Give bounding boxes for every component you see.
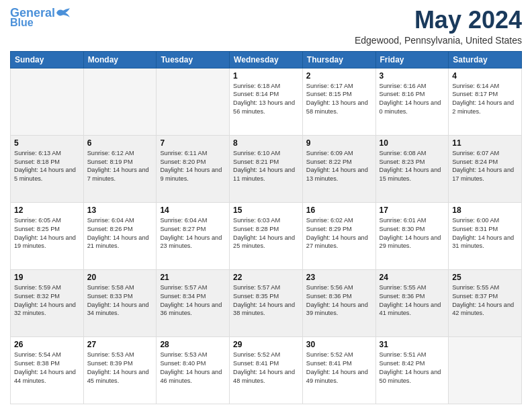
day-number: 11 — [452, 138, 518, 148]
day-info: Sunrise: 5:55 AMSunset: 8:37 PMDaylight:… — [452, 283, 518, 318]
day-info: Sunrise: 5:59 AMSunset: 8:32 PMDaylight:… — [14, 283, 80, 318]
day-number: 29 — [233, 340, 299, 349]
day-info: Sunrise: 6:17 AMSunset: 8:15 PMDaylight:… — [306, 82, 372, 117]
calendar-day-cell: 5Sunrise: 6:13 AMSunset: 8:18 PMDaylight… — [11, 135, 84, 202]
day-info: Sunrise: 6:03 AMSunset: 8:28 PMDaylight:… — [233, 216, 299, 251]
calendar-day-cell: 7Sunrise: 6:11 AMSunset: 8:20 PMDaylight… — [157, 135, 230, 202]
header: General Blue May 2024 Edgewood, Pennsylv… — [10, 7, 522, 46]
day-info: Sunrise: 5:52 AMSunset: 8:41 PMDaylight:… — [306, 351, 372, 385]
day-number: 2 — [306, 71, 372, 81]
calendar-day-cell: 13Sunrise: 6:04 AMSunset: 8:26 PMDayligh… — [83, 202, 157, 269]
calendar-day-cell: 27Sunrise: 5:53 AMSunset: 8:39 PMDayligh… — [83, 336, 157, 404]
logo-text2: Blue — [10, 17, 34, 28]
calendar-day-cell: 10Sunrise: 6:08 AMSunset: 8:23 PMDayligh… — [375, 135, 449, 202]
calendar-day-cell: 26Sunrise: 5:54 AMSunset: 8:38 PMDayligh… — [11, 336, 84, 404]
day-number: 9 — [306, 138, 372, 148]
day-number: 16 — [306, 205, 372, 215]
day-info: Sunrise: 5:53 AMSunset: 8:40 PMDaylight:… — [160, 351, 226, 385]
day-info: Sunrise: 6:08 AMSunset: 8:23 PMDaylight:… — [380, 149, 445, 184]
day-info: Sunrise: 6:04 AMSunset: 8:26 PMDaylight:… — [87, 216, 153, 251]
calendar-day-cell: 25Sunrise: 5:55 AMSunset: 8:37 PMDayligh… — [449, 269, 522, 336]
day-number: 1 — [233, 71, 299, 81]
day-number: 20 — [87, 273, 153, 282]
day-info: Sunrise: 6:10 AMSunset: 8:21 PMDaylight:… — [233, 149, 299, 184]
day-number: 24 — [380, 273, 445, 282]
day-number: 23 — [306, 273, 372, 282]
calendar-header-monday: Monday — [83, 51, 157, 68]
calendar-week-row: 19Sunrise: 5:59 AMSunset: 8:32 PMDayligh… — [11, 269, 522, 336]
day-number: 7 — [160, 138, 226, 148]
calendar-day-cell: 23Sunrise: 5:56 AMSunset: 8:36 PMDayligh… — [302, 269, 375, 336]
day-info: Sunrise: 6:14 AMSunset: 8:17 PMDaylight:… — [452, 82, 518, 117]
day-info: Sunrise: 6:05 AMSunset: 8:25 PMDaylight:… — [14, 216, 80, 251]
calendar-day-cell — [157, 68, 230, 135]
day-info: Sunrise: 5:52 AMSunset: 8:41 PMDaylight:… — [233, 351, 299, 385]
calendar-day-cell: 29Sunrise: 5:52 AMSunset: 8:41 PMDayligh… — [230, 336, 303, 404]
calendar-day-cell: 30Sunrise: 5:52 AMSunset: 8:41 PMDayligh… — [302, 336, 375, 404]
day-number: 6 — [87, 138, 153, 148]
calendar-day-cell: 6Sunrise: 6:12 AMSunset: 8:19 PMDaylight… — [83, 135, 157, 202]
calendar-day-cell: 12Sunrise: 6:05 AMSunset: 8:25 PMDayligh… — [11, 202, 84, 269]
day-number: 15 — [233, 205, 299, 215]
calendar-day-cell: 24Sunrise: 5:55 AMSunset: 8:36 PMDayligh… — [375, 269, 449, 336]
day-info: Sunrise: 6:01 AMSunset: 8:30 PMDaylight:… — [380, 216, 445, 251]
day-number: 8 — [233, 138, 299, 148]
day-number: 31 — [380, 340, 445, 349]
day-info: Sunrise: 6:18 AMSunset: 8:14 PMDaylight:… — [233, 82, 299, 117]
day-info: Sunrise: 6:02 AMSunset: 8:29 PMDaylight:… — [306, 216, 372, 251]
logo-bird-icon — [56, 8, 70, 17]
calendar-day-cell — [83, 68, 157, 135]
day-number: 13 — [87, 205, 153, 215]
calendar-day-cell: 2Sunrise: 6:17 AMSunset: 8:15 PMDaylight… — [302, 68, 375, 135]
day-info: Sunrise: 6:16 AMSunset: 8:16 PMDaylight:… — [380, 82, 445, 117]
calendar-day-cell: 9Sunrise: 6:09 AMSunset: 8:22 PMDaylight… — [302, 135, 375, 202]
calendar-header-friday: Friday — [375, 51, 449, 68]
day-info: Sunrise: 5:51 AMSunset: 8:42 PMDaylight:… — [380, 351, 445, 385]
calendar-day-cell: 16Sunrise: 6:02 AMSunset: 8:29 PMDayligh… — [302, 202, 375, 269]
day-info: Sunrise: 6:11 AMSunset: 8:20 PMDaylight:… — [160, 149, 226, 184]
day-info: Sunrise: 6:04 AMSunset: 8:27 PMDaylight:… — [160, 216, 226, 251]
title-block: May 2024 Edgewood, Pennsylvania, United … — [355, 7, 522, 46]
day-number: 17 — [380, 205, 445, 215]
page: General Blue May 2024 Edgewood, Pennsylv… — [0, 0, 532, 411]
day-info: Sunrise: 5:57 AMSunset: 8:34 PMDaylight:… — [160, 283, 226, 318]
day-info: Sunrise: 6:07 AMSunset: 8:24 PMDaylight:… — [452, 149, 518, 184]
calendar-week-row: 12Sunrise: 6:05 AMSunset: 8:25 PMDayligh… — [11, 202, 522, 269]
calendar-day-cell: 1Sunrise: 6:18 AMSunset: 8:14 PMDaylight… — [230, 68, 303, 135]
calendar-header-wednesday: Wednesday — [230, 51, 303, 68]
calendar-day-cell: 11Sunrise: 6:07 AMSunset: 8:24 PMDayligh… — [449, 135, 522, 202]
day-info: Sunrise: 5:56 AMSunset: 8:36 PMDaylight:… — [306, 283, 372, 318]
day-number: 28 — [160, 340, 226, 349]
day-info: Sunrise: 5:53 AMSunset: 8:39 PMDaylight:… — [87, 351, 153, 385]
calendar-header-sunday: Sunday — [11, 51, 84, 68]
calendar-header-tuesday: Tuesday — [157, 51, 230, 68]
calendar-day-cell: 18Sunrise: 6:00 AMSunset: 8:31 PMDayligh… — [449, 202, 522, 269]
calendar-day-cell — [449, 336, 522, 404]
day-number: 27 — [87, 340, 153, 349]
calendar-day-cell: 19Sunrise: 5:59 AMSunset: 8:32 PMDayligh… — [11, 269, 84, 336]
calendar-week-row: 1Sunrise: 6:18 AMSunset: 8:14 PMDaylight… — [11, 68, 522, 135]
day-info: Sunrise: 6:12 AMSunset: 8:19 PMDaylight:… — [87, 149, 153, 184]
day-info: Sunrise: 5:54 AMSunset: 8:38 PMDaylight:… — [14, 351, 80, 385]
calendar-day-cell: 8Sunrise: 6:10 AMSunset: 8:21 PMDaylight… — [230, 135, 303, 202]
day-number: 14 — [160, 205, 226, 215]
day-number: 22 — [233, 273, 299, 282]
day-number: 12 — [14, 205, 80, 215]
calendar-day-cell: 21Sunrise: 5:57 AMSunset: 8:34 PMDayligh… — [157, 269, 230, 336]
calendar-day-cell: 3Sunrise: 6:16 AMSunset: 8:16 PMDaylight… — [375, 68, 449, 135]
calendar-day-cell: 20Sunrise: 5:58 AMSunset: 8:33 PMDayligh… — [83, 269, 157, 336]
calendar-week-row: 26Sunrise: 5:54 AMSunset: 8:38 PMDayligh… — [11, 336, 522, 404]
calendar-table: SundayMondayTuesdayWednesdayThursdayFrid… — [10, 51, 522, 404]
day-number: 30 — [306, 340, 372, 349]
subtitle: Edgewood, Pennsylvania, United States — [355, 35, 522, 46]
day-number: 4 — [452, 71, 518, 81]
calendar-day-cell: 22Sunrise: 5:57 AMSunset: 8:35 PMDayligh… — [230, 269, 303, 336]
calendar-day-cell: 28Sunrise: 5:53 AMSunset: 8:40 PMDayligh… — [157, 336, 230, 404]
day-number: 10 — [380, 138, 445, 148]
calendar-header-saturday: Saturday — [449, 51, 522, 68]
day-number: 18 — [452, 205, 518, 215]
day-info: Sunrise: 6:09 AMSunset: 8:22 PMDaylight:… — [306, 149, 372, 184]
calendar-day-cell: 31Sunrise: 5:51 AMSunset: 8:42 PMDayligh… — [375, 336, 449, 404]
calendar-day-cell: 17Sunrise: 6:01 AMSunset: 8:30 PMDayligh… — [375, 202, 449, 269]
calendar-header-row: SundayMondayTuesdayWednesdayThursdayFrid… — [11, 51, 522, 68]
